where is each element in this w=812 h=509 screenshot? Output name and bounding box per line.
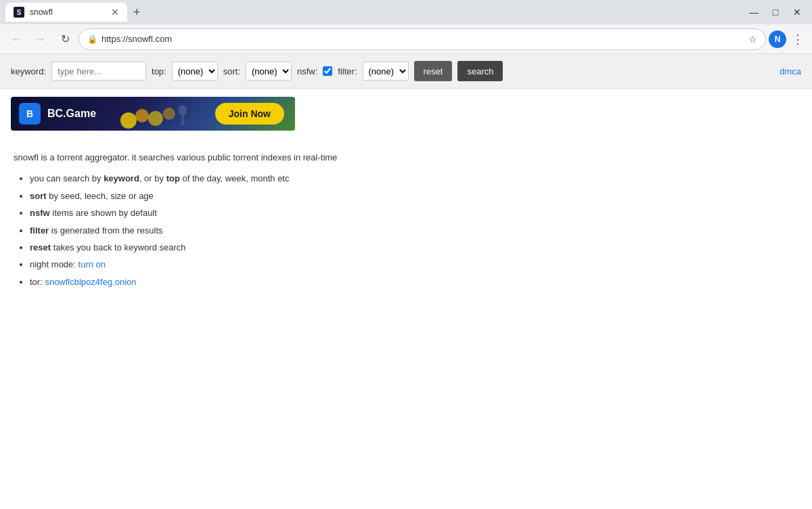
reset-button[interactable]: reset xyxy=(414,61,453,81)
profile-avatar[interactable]: N xyxy=(769,30,786,48)
list-item: reset takes you back to keyword search xyxy=(30,240,798,255)
sort-bold: sort xyxy=(30,191,47,201)
active-tab[interactable]: S snowfl ✕ xyxy=(5,3,127,22)
nav-bar: ← → ↻ 🔒 https://snowfl.com ☆ N ⋮ xyxy=(0,24,812,54)
search-toolbar: keyword: top: (none) sort: (none) nsfw: … xyxy=(0,54,812,89)
tor-link[interactable]: snowflcblpoz4feg.onion xyxy=(45,277,136,287)
night-mode-link[interactable]: turn on xyxy=(78,259,106,269)
minimize-button[interactable]: — xyxy=(744,3,763,22)
tab-bar: S snowfl ✕ + xyxy=(5,3,739,22)
main-description: snowfl is a torrent aggregator. it searc… xyxy=(0,139,812,302)
browser-menu-button[interactable]: ⋮ xyxy=(789,32,807,47)
search-button[interactable]: search xyxy=(457,61,503,81)
keyword-label: keyword: xyxy=(11,66,46,76)
nsfw-checkbox[interactable] xyxy=(323,66,332,76)
filter-select[interactable]: (none) xyxy=(363,62,409,81)
dmca-link[interactable]: dmca xyxy=(780,66,801,76)
close-button[interactable]: ✕ xyxy=(788,3,807,22)
svg-point-1 xyxy=(135,109,149,123)
url-text: https://snowfl.com xyxy=(102,34,744,44)
feature-list: you can search by keyword, or by top of … xyxy=(14,171,798,290)
ad-banner[interactable]: B BC.Game Join Now xyxy=(11,97,295,131)
svg-point-2 xyxy=(148,111,163,126)
keyword-bold: keyword xyxy=(104,173,139,183)
list-item: night mode: turn on xyxy=(30,257,798,272)
title-bar: S snowfl ✕ + — □ ✕ xyxy=(0,0,812,24)
ad-decoration xyxy=(103,97,208,131)
list-item: you can search by keyword, or by top of … xyxy=(30,171,798,186)
intro-text: snowfl is a torrent aggregator. it searc… xyxy=(14,150,798,165)
keyword-input[interactable] xyxy=(51,62,146,81)
tab-favicon: S xyxy=(14,7,24,18)
top-select[interactable]: (none) xyxy=(172,62,218,81)
back-button[interactable]: ← xyxy=(5,28,27,50)
lock-icon: 🔒 xyxy=(87,35,97,44)
list-item: nsfw items are shown by default xyxy=(30,205,798,221)
join-now-button[interactable]: Join Now xyxy=(215,103,284,125)
top-bold: top xyxy=(166,173,180,183)
sort-select[interactable]: (none) xyxy=(246,62,292,81)
new-tab-button[interactable]: + xyxy=(127,3,146,22)
bookmark-icon[interactable]: ☆ xyxy=(748,34,757,45)
top-label: top: xyxy=(152,66,166,76)
svg-point-4 xyxy=(179,105,187,116)
address-bar[interactable]: 🔒 https://snowfl.com ☆ xyxy=(78,28,766,50)
reset-bold: reset xyxy=(30,242,51,252)
bc-logo: B xyxy=(19,103,41,125)
list-item: tor: snowflcblpoz4feg.onion xyxy=(30,274,798,290)
window-controls: — □ ✕ xyxy=(744,3,807,22)
reload-button[interactable]: ↻ xyxy=(54,28,76,50)
forward-button[interactable]: → xyxy=(30,28,51,50)
browser-window: S snowfl ✕ + — □ ✕ ← → ↻ 🔒 https://snowf… xyxy=(0,0,812,509)
page-content: keyword: top: (none) sort: (none) nsfw: … xyxy=(0,54,812,509)
svg-point-0 xyxy=(120,112,137,129)
maximize-button[interactable]: □ xyxy=(766,3,785,22)
tab-close-button[interactable]: ✕ xyxy=(111,7,119,17)
sort-label: sort: xyxy=(223,66,240,76)
nsfw-bold: nsfw xyxy=(30,208,50,218)
nsfw-label: nsfw: xyxy=(297,66,317,76)
svg-point-3 xyxy=(163,108,175,120)
bc-site-name: BC.Game xyxy=(47,108,96,120)
list-item: sort by seed, leech, size or age xyxy=(30,188,798,204)
list-item: filter is generated from the results xyxy=(30,223,798,238)
filter-bold: filter xyxy=(30,225,49,236)
tab-title: snowfl xyxy=(30,7,53,17)
filter-label: filter: xyxy=(338,66,357,76)
